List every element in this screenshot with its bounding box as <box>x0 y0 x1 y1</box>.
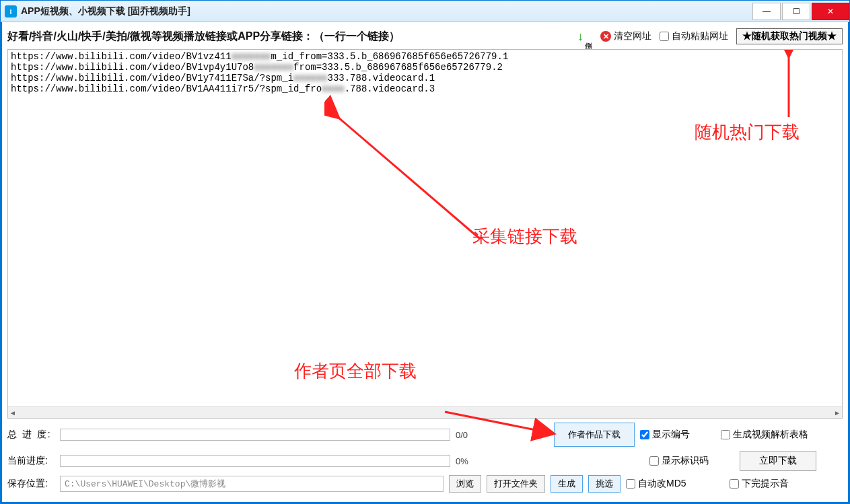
autopaste-input[interactable] <box>660 32 669 41</box>
current-progress-label: 当前进度: <box>7 455 55 467</box>
titlebar[interactable]: i APP短视频、小视频下载 [固乔视频助手] — ☐ ✕ <box>1 1 849 22</box>
window-title: APP短视频、小视频下载 [固乔视频助手] <box>21 5 190 17</box>
url-textarea[interactable]: https://www.bilibili.com/video/BV1vz411x… <box>8 50 842 406</box>
browse-button[interactable]: 浏览 <box>449 475 481 493</box>
show-number-input[interactable] <box>640 430 649 439</box>
done-sound-input[interactable] <box>730 479 739 489</box>
down-arrow-icon: ↓ <box>577 30 583 44</box>
gen-table-checkbox[interactable]: 生成视频解析表格 <box>721 429 808 441</box>
total-progress-text: 0/0 <box>456 430 483 440</box>
author-works-button[interactable]: 作者作品下载 <box>554 423 635 447</box>
app-window: i APP短视频、小视频下载 [固乔视频助手] — ☐ ✕ 好看/抖音/火山/快… <box>0 0 850 504</box>
download-now-button[interactable]: 立即下载 <box>740 451 816 471</box>
current-progress-text: 0% <box>456 456 483 466</box>
gen-table-input[interactable] <box>721 430 730 439</box>
show-code-checkbox[interactable]: 显示标识码 <box>649 455 709 467</box>
scroll-right-icon[interactable]: ► <box>834 409 841 417</box>
clear-icon: ✕ <box>600 31 611 42</box>
close-button[interactable]: ✕ <box>812 3 849 20</box>
clear-urls-button[interactable]: ✕ 清空网址 <box>600 30 651 42</box>
show-code-input[interactable] <box>649 456 659 466</box>
app-icon: i <box>5 5 17 17</box>
done-sound-checkbox[interactable]: 下完提示音 <box>730 478 789 490</box>
url-textarea-wrap: https://www.bilibili.com/video/BV1vz411x… <box>7 49 843 419</box>
auto-md5-checkbox[interactable]: 自动改MD5 <box>626 478 686 490</box>
generate-button[interactable]: 生成 <box>551 475 583 493</box>
toolbar: 好看/抖音/火山/快手/美拍/微视等视频播放链接或APP分享链接：（一行一个链接… <box>7 26 843 46</box>
random-hot-button[interactable]: ★随机获取热门视频★ <box>736 28 843 44</box>
auto-md5-input[interactable] <box>626 479 635 489</box>
window-controls: — ☐ ✕ <box>752 3 849 20</box>
save-path-label: 保存位置: <box>7 478 55 490</box>
horizontal-scrollbar[interactable]: ◄ ► <box>8 406 842 418</box>
instruction-label: 好看/抖音/火山/快手/美拍/微视等视频播放链接或APP分享链接：（一行一个链接… <box>7 30 400 44</box>
scroll-left-icon[interactable]: ◄ <box>9 409 16 417</box>
maximize-button[interactable]: ☐ <box>782 3 810 20</box>
bottom-panel: 总 进 度: 0/0 作者作品下载 显示编号 生成视频解析表格 当前进度: 0 <box>7 419 843 502</box>
content-area: 好看/抖音/火山/快手/美拍/微视等视频播放链接或APP分享链接：（一行一个链接… <box>1 22 849 503</box>
total-progress-bar <box>60 429 450 441</box>
open-folder-button[interactable]: 打开文件夹 <box>487 475 545 493</box>
reverse-order-button[interactable]: ↓ 倒序 <box>577 30 592 44</box>
minimize-button[interactable]: — <box>752 3 781 20</box>
current-progress-bar <box>60 455 450 467</box>
total-progress-label: 总 进 度: <box>7 429 55 441</box>
show-number-checkbox[interactable]: 显示编号 <box>640 429 690 441</box>
filter-button[interactable]: 挑选 <box>588 475 621 493</box>
save-path-input[interactable] <box>60 476 444 492</box>
autopaste-checkbox[interactable]: 自动粘贴网址 <box>660 30 728 42</box>
